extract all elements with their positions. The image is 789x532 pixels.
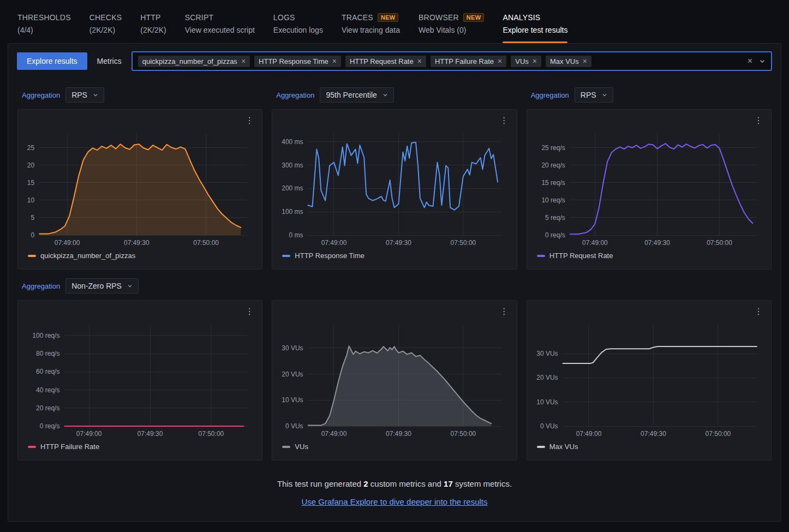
metrics-summary: This test run generated 2 custom metrics… — [8, 479, 781, 488]
metric-tag: HTTP Request Rate × — [345, 56, 426, 67]
legend-label: quickpizza_number_of_pizzas — [40, 252, 135, 260]
aggregation-label: Aggregation — [276, 91, 314, 99]
legend-item[interactable]: HTTP Response Time — [278, 249, 511, 260]
svg-text:100 req/s: 100 req/s — [32, 332, 59, 339]
tab-thresholds[interactable]: THRESHOLDS (4/4) — [17, 13, 71, 43]
remove-tag-icon[interactable]: × — [498, 57, 502, 65]
chevron-down-icon[interactable] — [759, 58, 766, 64]
remove-tag-icon[interactable]: × — [583, 57, 587, 65]
metrics-multiselect[interactable]: quickpizza_number_of_pizzas × HTTP Respo… — [132, 51, 772, 71]
metric-tag: HTTP Response Time × — [254, 56, 341, 67]
svg-text:07:49:30: 07:49:30 — [386, 430, 411, 438]
new-badge: NEW — [463, 13, 485, 22]
top-tab-bar: THRESHOLDS (4/4) CHECKS (2K/2K) HTTP (2K… — [0, 0, 789, 43]
svg-text:20 VUs: 20 VUs — [282, 370, 303, 378]
grafana-explore-link[interactable]: Use Grafana Explore to dive deeper into … — [301, 497, 487, 506]
tab-script[interactable]: SCRIPT View executed script — [185, 13, 255, 43]
svg-text:10 VUs: 10 VUs — [536, 398, 558, 406]
svg-text:5 req/s: 5 req/s — [545, 214, 565, 222]
svg-text:20 VUs: 20 VUs — [536, 374, 558, 381]
chart-http-failure-rate[interactable]: 0 req/s20 req/s40 req/s60 req/s80 req/s1… — [23, 317, 256, 440]
clear-all-icon[interactable]: × — [748, 57, 752, 65]
svg-text:0 req/s: 0 req/s — [40, 422, 60, 430]
tab-title: TRACES NEW — [342, 13, 400, 22]
svg-text:20: 20 — [27, 162, 35, 169]
panel-menu-icon[interactable]: ⋮ — [496, 305, 512, 318]
legend-item[interactable]: VUs — [278, 440, 511, 451]
panel-menu-icon[interactable]: ⋮ — [750, 305, 767, 318]
remove-tag-icon[interactable]: × — [417, 57, 422, 65]
svg-text:07:50:00: 07:50:00 — [707, 239, 732, 247]
metric-tag: quickpizza_number_of_pizzas × — [138, 56, 250, 67]
panel-vus: ⋮ 0 VUs10 VUs20 VUs30 VUs07:49:0007:49:3… — [272, 300, 517, 461]
panel-max-vus: ⋮ 0 VUs10 VUs20 VUs30 VUs07:49:0007:49:3… — [527, 300, 772, 461]
svg-text:30 VUs: 30 VUs — [536, 350, 558, 357]
tab-http[interactable]: HTTP (2K/2K) — [140, 13, 166, 43]
svg-text:07:49:30: 07:49:30 — [124, 239, 150, 247]
svg-text:07:50:00: 07:50:00 — [451, 239, 476, 247]
remove-tag-icon[interactable]: × — [533, 57, 537, 65]
legend-label: Max VUs — [549, 443, 578, 451]
legend-item[interactable]: HTTP Failure Rate — [23, 440, 256, 451]
legend-item[interactable]: HTTP Request Rate — [533, 249, 766, 260]
tab-subtitle: (2K/2K) — [89, 26, 122, 34]
aggregation-label: Aggregation — [22, 282, 60, 290]
chart-max-vus[interactable]: 0 VUs10 VUs20 VUs30 VUs07:49:0007:49:300… — [533, 317, 766, 440]
new-badge: NEW — [378, 13, 399, 22]
panel-http-request-rate: ⋮ 0 req/s5 req/s10 req/s15 req/s20 req/s… — [527, 109, 772, 270]
chart-vus[interactable]: 0 VUs10 VUs20 VUs30 VUs07:49:0007:49:300… — [278, 317, 511, 440]
aggregation-select-rps-1[interactable]: RPS — [65, 87, 104, 103]
tab-title: THRESHOLDS — [17, 13, 71, 22]
chevron-down-icon — [127, 282, 133, 290]
legend-swatch — [28, 446, 36, 448]
chart-http-response-time[interactable]: 0 ms100 ms200 ms300 ms400 ms07:49:0007:4… — [278, 126, 511, 249]
panels-row-1: ⋮ 051015202507:49:0007:49:3007:50:00 qui… — [8, 109, 781, 270]
panel-menu-icon[interactable]: ⋮ — [750, 114, 767, 127]
panel-menu-icon[interactable]: ⋮ — [241, 305, 258, 318]
explore-link-row: Use Grafana Explore to dive deeper into … — [8, 497, 781, 521]
chart-http-request-rate[interactable]: 0 req/s5 req/s10 req/s15 req/s20 req/s25… — [533, 126, 766, 249]
svg-text:10: 10 — [27, 196, 35, 204]
explore-results-button[interactable]: Explore results — [17, 52, 87, 70]
svg-text:80 req/s: 80 req/s — [36, 350, 59, 357]
svg-text:07:50:00: 07:50:00 — [705, 430, 731, 438]
svg-text:0 ms: 0 ms — [289, 231, 303, 239]
remove-tag-icon[interactable]: × — [332, 57, 337, 65]
svg-text:0: 0 — [31, 231, 35, 239]
tab-logs[interactable]: LOGS Execution logs — [273, 13, 323, 43]
tab-analysis[interactable]: ANALYSIS Explore test results — [503, 13, 567, 43]
legend-label: HTTP Failure Rate — [40, 443, 99, 451]
tab-browser[interactable]: BROWSER NEW Web Vitals (0) — [419, 13, 484, 43]
remove-tag-icon[interactable]: × — [241, 57, 246, 65]
aggregation-select-rps-2[interactable]: RPS — [575, 87, 613, 103]
legend-label: VUs — [295, 443, 308, 451]
aggregation-select-percentile[interactable]: 95th Percentile — [320, 87, 393, 103]
svg-text:07:50:00: 07:50:00 — [193, 239, 219, 247]
chevron-down-icon — [602, 91, 607, 99]
tab-traces[interactable]: TRACES NEW View tracing data — [342, 13, 400, 43]
legend-swatch — [28, 255, 36, 257]
svg-text:07:49:30: 07:49:30 — [386, 239, 411, 247]
svg-text:07:49:00: 07:49:00 — [582, 239, 608, 247]
svg-text:07:49:30: 07:49:30 — [644, 239, 670, 247]
chevron-down-icon — [93, 91, 98, 99]
svg-text:07:50:00: 07:50:00 — [199, 430, 224, 438]
metrics-label: Metrics — [97, 57, 122, 65]
tab-checks[interactable]: CHECKS (2K/2K) — [89, 13, 122, 43]
metric-tag: VUs × — [511, 56, 541, 67]
legend-item[interactable]: quickpizza_number_of_pizzas — [23, 249, 256, 260]
legend-swatch — [537, 255, 545, 257]
legend-label: HTTP Request Rate — [549, 252, 613, 260]
panel-menu-icon[interactable]: ⋮ — [241, 114, 258, 127]
tab-title: CHECKS — [89, 13, 122, 22]
tab-subtitle: Explore test results — [503, 26, 567, 34]
system-metrics-count: 17 — [444, 479, 453, 488]
svg-text:25: 25 — [27, 144, 35, 152]
aggregation-select-non-zero-rps[interactable]: Non-Zero RPS — [65, 278, 139, 294]
svg-text:5: 5 — [31, 214, 35, 222]
legend-swatch — [282, 255, 290, 257]
panel-menu-icon[interactable]: ⋮ — [496, 114, 512, 127]
legend-item[interactable]: Max VUs — [533, 440, 766, 451]
chart-quickpizza-number-of-pizzas[interactable]: 051015202507:49:0007:49:3007:50:00 — [23, 126, 256, 249]
svg-text:25 req/s: 25 req/s — [541, 144, 565, 152]
